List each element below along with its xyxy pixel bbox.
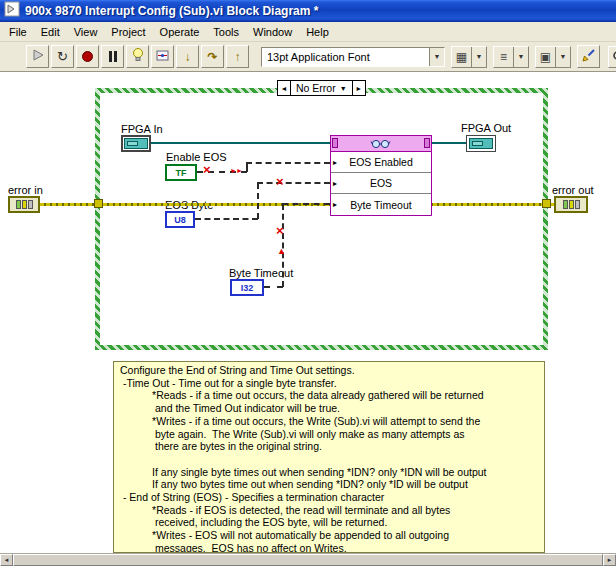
fpga-in-label: FPGA In [121, 123, 163, 135]
broken-wire[interactable] [195, 218, 258, 220]
align-objects-icon: ▦ [452, 47, 471, 67]
scroll-right-icon[interactable]: ► [603, 554, 616, 566]
pause-button[interactable] [101, 45, 124, 68]
run-continuous-button[interactable]: ↻ [51, 45, 74, 68]
broken-wire-x-icon: × [203, 163, 211, 176]
byte-timeout-terminal[interactable]: I32 [230, 279, 264, 296]
property-row-label: EOS [370, 177, 392, 189]
horizontal-scrollbar[interactable]: ◄ ► [0, 553, 616, 566]
property-row-label: EOS Enabled [349, 156, 413, 168]
error-cluster-icon [22, 200, 27, 209]
eos-byte-terminal[interactable]: U8 [165, 211, 195, 228]
property-node[interactable]: ▸ EOS Enabled ▸ EOS ▸ Byte Timeout [330, 135, 432, 216]
chevron-down-icon[interactable]: ▼ [471, 47, 486, 67]
terminal-type: U8 [174, 215, 186, 225]
highlight-execution-button[interactable] [126, 45, 149, 68]
reference-in-corner[interactable] [332, 138, 338, 148]
case-selector: ◄ No Error ▼ ► [277, 80, 366, 96]
error-cluster-icon [569, 200, 574, 209]
terminal-type: TF [176, 168, 187, 178]
menu-project[interactable]: Project [104, 22, 152, 42]
abort-button[interactable] [76, 45, 99, 68]
error-wire[interactable] [40, 203, 95, 206]
distribute-objects-dropdown[interactable]: ≡ ▼ [493, 46, 529, 68]
error-out-terminal[interactable] [554, 196, 588, 213]
step-over-button[interactable]: ↷ [201, 45, 224, 68]
menu-operate[interactable]: Operate [153, 22, 207, 42]
broken-run-arrow-icon [31, 48, 45, 65]
broken-wire[interactable] [246, 162, 330, 164]
property-row-label: Byte Timeout [350, 199, 411, 211]
broken-wire[interactable] [246, 163, 248, 172]
error-in-terminal[interactable] [8, 196, 40, 213]
font-selector[interactable]: 13pt Application Font ▼ [261, 47, 445, 67]
case-selector-label[interactable]: No Error ▼ [291, 81, 352, 95]
window-title: 900x 9870 Interrupt Config (Sub).vi Bloc… [25, 4, 318, 18]
block-diagram-canvas[interactable]: ◄ No Error ▼ ► × ►► × × ▲ [0, 72, 616, 553]
toolbar: ↻ ↓ ↷ ↑ 13pt Application Font [0, 42, 616, 72]
property-row-byte-timeout[interactable]: ▸ Byte Timeout [331, 194, 431, 215]
menu-tools[interactable]: Tools [206, 22, 246, 42]
chevron-down-icon[interactable]: ▼ [429, 48, 444, 66]
reorder-objects-icon: ▣ [536, 47, 555, 67]
reference-out-corner[interactable] [424, 138, 430, 148]
fpga-in-terminal[interactable] [121, 135, 151, 152]
step-over-icon: ↷ [207, 50, 217, 64]
chevron-down-icon[interactable]: ▼ [513, 47, 528, 67]
fpga-out-label: FPGA Out [461, 122, 511, 134]
light-bulb-icon [132, 48, 144, 65]
broken-wire[interactable] [257, 183, 259, 219]
search-dropdown[interactable]: ▼ [608, 46, 616, 68]
retain-wire-values-button[interactable] [151, 45, 174, 68]
broken-wire[interactable] [282, 203, 330, 205]
run-button[interactable] [26, 45, 49, 68]
error-tunnel-left[interactable] [94, 199, 103, 208]
distribute-objects-icon: ≡ [494, 47, 513, 67]
comment-free-label[interactable]: Configure the End of String and Time Out… [113, 361, 545, 553]
step-out-icon: ↑ [235, 50, 241, 64]
menu-file[interactable]: File [2, 22, 34, 42]
step-into-icon: ↓ [185, 50, 191, 64]
title-bar[interactable]: 900x 9870 Interrupt Config (Sub).vi Bloc… [0, 0, 616, 22]
pause-icon [109, 51, 117, 62]
search-icon [609, 47, 616, 67]
reorder-objects-dropdown[interactable]: ▣ ▼ [535, 46, 571, 68]
property-row-eos-enabled[interactable]: ▸ EOS Enabled [331, 152, 431, 173]
write-input-arrow-icon: ▸ [333, 179, 337, 188]
fpga-reference-wire[interactable] [151, 142, 330, 144]
enable-eos-label: Enable EOS [166, 151, 227, 163]
error-cluster-icon [28, 200, 33, 209]
write-input-arrow-icon: ▸ [333, 158, 337, 167]
case-next-arrow[interactable]: ► [352, 81, 365, 95]
cleanup-diagram-button[interactable] [577, 45, 600, 68]
menu-view[interactable]: View [67, 22, 105, 42]
menu-help[interactable]: Help [299, 22, 336, 42]
error-out-label: error out [552, 184, 594, 196]
vi-icon [4, 1, 20, 21]
case-previous-arrow[interactable]: ◄ [278, 81, 291, 95]
step-into-button[interactable]: ↓ [176, 45, 199, 68]
property-node-glasses-icon [370, 135, 392, 153]
broken-wire[interactable] [257, 182, 330, 184]
run-continuous-icon: ↻ [57, 49, 68, 64]
menu-edit[interactable]: Edit [34, 22, 67, 42]
property-node-header[interactable] [331, 136, 431, 152]
abort-icon [82, 51, 93, 62]
error-cluster-icon [16, 200, 21, 209]
chevron-down-icon[interactable]: ▼ [555, 47, 570, 67]
fpga-out-terminal[interactable] [466, 135, 496, 152]
broken-wire-up-arrow-icon: ▲ [277, 247, 286, 256]
align-objects-dropdown[interactable]: ▦ ▼ [451, 46, 487, 68]
scroll-left-icon[interactable]: ◄ [0, 554, 13, 566]
property-row-eos[interactable]: ▸ EOS [331, 173, 431, 194]
enable-eos-terminal[interactable]: TF [165, 164, 197, 181]
broken-wire-arrows-icon: ►► [230, 167, 242, 174]
step-out-button[interactable]: ↑ [226, 45, 249, 68]
menu-window[interactable]: Window [246, 22, 299, 42]
write-input-arrow-icon: ▸ [333, 200, 337, 209]
fpga-reference-icon [469, 138, 493, 149]
scrollbar-thumb[interactable] [13, 554, 603, 566]
broken-wire[interactable] [264, 286, 283, 288]
fpga-reference-wire[interactable] [432, 142, 466, 144]
error-tunnel-right[interactable] [542, 199, 551, 208]
